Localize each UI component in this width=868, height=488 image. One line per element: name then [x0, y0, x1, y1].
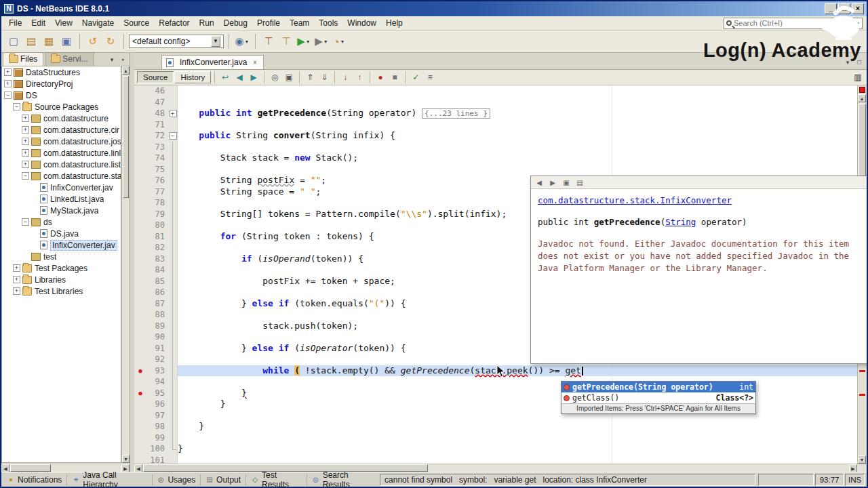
status-panel-notifications[interactable]: ●Notifications — [3, 474, 65, 486]
editor-hscrollbar[interactable]: ◀ ▶ — [134, 464, 867, 472]
menu-refactor[interactable]: Refactor — [154, 17, 194, 29]
profile-icon[interactable]: ◔▼ — [331, 33, 347, 49]
code-line-74[interactable]: 74 Stack stack = new Stack(); — [134, 152, 857, 164]
debug-icon[interactable]: ▶▼ — [313, 33, 330, 49]
menu-team[interactable]: Team — [285, 17, 314, 29]
undo-icon[interactable]: ↺ — [85, 33, 101, 49]
fold-collapse-icon[interactable]: − — [168, 130, 178, 142]
source-view-button[interactable]: Source — [137, 71, 174, 83]
code-line-93[interactable]: 93 while ( !stack.empty() && getPreceden… — [134, 365, 857, 377]
tree-item-linkedlist-java[interactable]: LinkedList.java — [2, 193, 121, 205]
uncomment-icon[interactable]: ≡ — [423, 71, 437, 84]
prev-error-icon[interactable]: ↑ — [353, 71, 366, 84]
expand-icon[interactable]: + — [13, 287, 20, 295]
prev-bookmark-icon[interactable]: ⇑ — [303, 71, 317, 84]
menu-source[interactable]: Source — [119, 17, 154, 29]
menu-window[interactable]: Window — [342, 17, 381, 29]
tree-item-infixconverter-jav[interactable]: InfixConverter.jav — [2, 182, 121, 193]
expand-icon[interactable]: + — [22, 138, 29, 145]
menu-view[interactable]: View — [50, 17, 77, 29]
scroll-thumb[interactable] — [123, 76, 129, 198]
save-all-icon[interactable]: ▣ — [58, 33, 75, 49]
code-editor[interactable]: 464748+ public int getPrecedence(String … — [134, 85, 867, 464]
tree-item-source-packages[interactable]: −Source Packages — [2, 101, 121, 113]
collapse-icon[interactable]: − — [13, 103, 20, 110]
tree-item-test-packages[interactable]: +Test Packages — [2, 262, 121, 274]
expand-icon[interactable]: + — [4, 80, 12, 87]
code-line-46[interactable]: 46 — [134, 85, 857, 97]
code-line-75[interactable]: 75 — [134, 164, 857, 176]
tree-item-com-datastructure-sta[interactable]: −com.datastructure.sta — [2, 170, 121, 182]
sidebar-minimize-icon[interactable]: ▪ — [118, 55, 127, 64]
code-line-72[interactable]: 72− public String convert(String infix) … — [134, 130, 857, 142]
scroll-up-icon[interactable]: ▲ — [122, 66, 130, 75]
expand-icon[interactable]: + — [13, 264, 20, 272]
javadoc-forward-icon[interactable]: ▶ — [547, 178, 558, 188]
sidebar-vscrollbar[interactable]: ▲ ▼ — [121, 66, 130, 463]
scroll-up-icon[interactable]: ▲ — [858, 94, 866, 102]
collapse-icon[interactable]: − — [4, 92, 12, 99]
code-line-98[interactable]: 98 } — [134, 421, 857, 432]
menu-profile[interactable]: Profile — [252, 17, 285, 29]
menu-navigate[interactable]: Navigate — [77, 17, 119, 29]
javadoc-class-link[interactable]: com.datastructure.stack.InfixConverter — [538, 195, 732, 205]
scroll-down-icon[interactable]: ▼ — [858, 455, 866, 464]
forward-icon[interactable]: ▶ — [247, 71, 260, 84]
error-mark[interactable] — [859, 394, 865, 396]
chevron-down-icon[interactable]: ▼ — [211, 36, 220, 47]
tree-item-com-datastructure-cir[interactable]: +com.datastructure.cir — [2, 124, 121, 136]
stop-macro-icon[interactable]: ■ — [388, 71, 401, 84]
tree-item-directoryproj[interactable]: +DirectoryProj — [2, 78, 121, 89]
expand-icon[interactable]: + — [4, 68, 12, 76]
menu-debug[interactable]: Debug — [219, 17, 252, 29]
redo-icon[interactable]: ↻ — [102, 33, 119, 49]
status-panel-usages[interactable]: ◎Usages — [153, 474, 199, 486]
menu-tools[interactable]: Tools — [314, 17, 342, 29]
menu-file[interactable]: File — [4, 17, 26, 29]
tree-item-com-datastructure-linl[interactable]: +com.datastructure.linl — [2, 147, 121, 159]
status-panel-output[interactable]: ▤Output — [202, 474, 244, 486]
tree-item-ds[interactable]: −ds — [2, 216, 121, 228]
sidebar-tab-servi[interactable]: Servi... — [45, 52, 94, 66]
config-select[interactable]: <default config>▼ — [129, 35, 224, 48]
status-panel-search-results[interactable]: ◎Search Results — [309, 474, 376, 486]
back-icon[interactable]: ◀ — [233, 71, 246, 84]
copy-to-clipboard-icon[interactable]: ▤ — [574, 178, 585, 188]
error-status-icon[interactable] — [859, 87, 865, 93]
comment-icon[interactable]: ✓ — [409, 71, 422, 84]
completion-item[interactable]: getPrecedence(String operator)int — [561, 382, 755, 392]
deploy-icon[interactable]: ◉▼ — [234, 33, 250, 49]
status-panel-test-results[interactable]: ◇Test Results — [248, 474, 305, 486]
scroll-thumb[interactable] — [10, 464, 51, 472]
insert-mode[interactable]: INS — [845, 474, 865, 486]
tree-item-infixconverter-jav[interactable]: InfixConverter.jav — [2, 239, 121, 251]
code-line-100[interactable]: 100} — [134, 443, 857, 455]
tree-item-libraries[interactable]: +Libraries — [2, 274, 121, 285]
editor-split-icon[interactable]: ▥ — [851, 71, 865, 84]
tree-item-ds-java[interactable]: DS.java — [2, 228, 121, 239]
tree-item-test[interactable]: test — [2, 251, 121, 262]
status-panel-java-call-hierarchy[interactable]: ≡Java Call Hierarchy — [68, 474, 150, 486]
tree-item-mystack-java[interactable]: MyStack.java — [2, 205, 121, 216]
code-line-99[interactable]: 99 — [134, 432, 857, 444]
last-edited-icon[interactable]: ↩ — [218, 71, 232, 84]
tree-item-com-datastructure[interactable]: +com.datastructure — [2, 113, 121, 124]
run-icon[interactable]: ▶▼ — [296, 33, 312, 49]
show-in-browser-icon[interactable]: ▣ — [561, 178, 572, 188]
find-selection-icon[interactable]: ◎ — [268, 71, 281, 84]
code-line-73[interactable]: 73 — [134, 142, 857, 153]
code-line-101[interactable]: 101 — [134, 455, 857, 464]
expand-icon[interactable]: + — [22, 126, 29, 134]
scroll-down-icon[interactable]: ▼ — [122, 455, 130, 463]
history-view-button[interactable]: History — [174, 71, 211, 83]
new-project-icon[interactable]: ▤ — [23, 33, 39, 49]
new-file-icon[interactable]: ▢ — [5, 33, 22, 49]
menu-edit[interactable]: Edit — [26, 17, 50, 29]
expand-icon[interactable]: + — [22, 149, 29, 157]
expand-icon[interactable]: + — [13, 276, 20, 283]
code-line-71[interactable]: 71 — [134, 119, 857, 131]
tree-item-ds[interactable]: −DS — [2, 89, 121, 101]
find-occurrences-icon[interactable]: ▣ — [282, 71, 296, 84]
expand-icon[interactable]: + — [22, 161, 29, 168]
code-line-47[interactable]: 47 — [134, 97, 857, 108]
